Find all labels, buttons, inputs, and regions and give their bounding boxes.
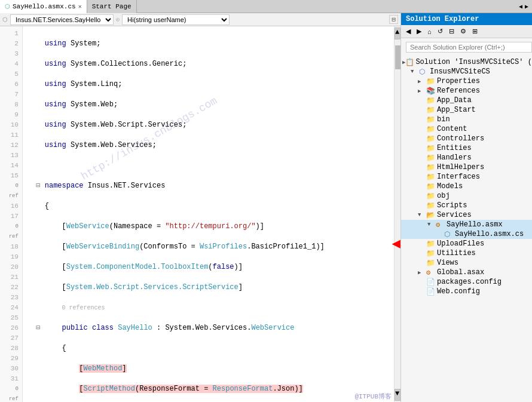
se-item-obj[interactable]: ▶ 📁 obj — [401, 191, 532, 201]
se-solution-label: Solution 'InsusMVCSiteCS' (1 project) — [415, 58, 532, 66]
se-project-icon: ⬡ — [419, 67, 429, 76]
tab-icon-cs: ⬡ — [5, 3, 10, 10]
se-folder-icon: 📁 — [426, 77, 436, 85]
se-item-handlers[interactable]: ▶ 📁 Handlers — [401, 153, 532, 162]
se-btn-collapse[interactable]: ⊟ — [447, 26, 457, 36]
se-item-appdata[interactable]: ▶ 📁 App_Data — [401, 96, 532, 105]
solution-explorer: Solution Explorer ◀ ▶ ⌂ ↺ ⊟ ⚙ ⊞ ▶ 📋 Solu… — [400, 13, 532, 402]
se-label-webconfig: Web.config — [437, 287, 480, 296]
tab-scroll-left-icon[interactable]: ◀ — [519, 3, 522, 10]
se-item-htmlhelpers[interactable]: ▶ 📁 HtmlHelpers — [401, 162, 532, 172]
se-item-content[interactable]: ▶ 📁 Content — [401, 124, 532, 134]
se-asmx-icon: ⚙ — [436, 220, 445, 229]
se-label-utilities: Utilities — [437, 249, 476, 257]
se-label-sayhello-asmx: SayHello.asmx — [447, 220, 503, 229]
tab-label-startpage: Start Page — [92, 3, 132, 10]
se-folder-entities-icon: 📁 — [426, 144, 436, 152]
se-item-entities[interactable]: ▶ 📁 Entities — [401, 143, 532, 153]
se-btn-filter[interactable]: ⊞ — [470, 26, 480, 36]
class-selector[interactable]: Insus.NET.Services.SayHello — [10, 14, 114, 25]
se-label-services: Services — [437, 211, 472, 219]
se-folder-views-icon: 📁 — [426, 259, 436, 267]
code-content[interactable]: using System; using System.Collections.G… — [23, 26, 394, 402]
se-item-bin[interactable]: ▶ 📁 bin — [401, 115, 532, 124]
scrollbar-down-btn[interactable]: ▼ — [395, 389, 400, 401]
se-arrow-project: ▼ — [411, 69, 419, 75]
se-btn-back[interactable]: ◀ — [403, 26, 413, 36]
se-folder-utilities-icon: 📁 — [426, 249, 436, 257]
se-arrow-services: ▼ — [418, 212, 426, 218]
se-item-packages[interactable]: ▶ 📄 packages.config — [401, 277, 532, 287]
method-selector[interactable]: Hi(string userName) — [122, 14, 230, 25]
se-item-references[interactable]: ▶ 📚 References — [401, 86, 532, 96]
se-search-wrap — [401, 38, 532, 56]
se-folder-services-open-icon: 📂 — [426, 211, 436, 219]
solution-explorer-title: Solution Explorer — [401, 13, 532, 25]
se-folder-appstart-icon: 📁 — [426, 106, 436, 114]
se-toolbar: ◀ ▶ ⌂ ↺ ⊟ ⚙ ⊞ — [401, 25, 532, 38]
editor-nav-icon: ⬡ — [2, 16, 8, 23]
code-body[interactable]: 12345 678910 1112131415 0 ref 1617 0 ref… — [0, 26, 400, 402]
se-asax-icon: ⚙ — [426, 268, 436, 277]
se-tree: ▶ 📋 Solution 'InsusMVCSiteCS' (1 project… — [401, 56, 532, 402]
se-label-interfaces: Interfaces — [437, 173, 480, 181]
se-project[interactable]: ▼ ⬡ InsusMVCSiteCS — [401, 67, 532, 76]
se-label-appdata: App_Data — [437, 96, 472, 105]
se-btn-home[interactable]: ⌂ — [425, 27, 434, 36]
se-folder-controllers-icon: 📁 — [426, 134, 436, 143]
editor-nav-toolbar: ⬡ Insus.NET.Services.SayHello ⊙ Hi(strin… — [0, 13, 400, 26]
se-item-services[interactable]: ▼ 📂 Services — [401, 210, 532, 220]
se-label-appstart: App_Start — [437, 106, 476, 114]
se-item-properties[interactable]: ▶ 📁 Properties — [401, 76, 532, 86]
scrollbar-thumb[interactable] — [395, 45, 400, 69]
se-label-packages: packages.config — [437, 278, 502, 286]
se-item-views[interactable]: ▶ 📁 Views — [401, 258, 532, 268]
se-btn-forward[interactable]: ▶ — [414, 26, 424, 36]
se-item-sayhello-asmx[interactable]: ▼ ⚙ SayHello.asmx — [401, 220, 532, 229]
line-numbers: 12345 678910 1112131415 0 ref 1617 0 ref… — [0, 26, 23, 402]
tab-scroll-right-icon[interactable]: ▶ — [525, 3, 528, 10]
se-item-appstart[interactable]: ▶ 📁 App_Start — [401, 105, 532, 115]
se-solution-root[interactable]: ▶ 📋 Solution 'InsusMVCSiteCS' (1 project… — [401, 57, 532, 67]
se-label-globalasax: Global.asax — [437, 268, 484, 277]
se-item-globalasax[interactable]: ▶ ⚙ Global.asax — [401, 268, 532, 277]
se-label-controllers: Controllers — [437, 134, 484, 143]
se-folder-appdata-icon: 📁 — [426, 96, 436, 105]
se-item-interfaces[interactable]: ▶ 📁 Interfaces — [401, 172, 532, 182]
se-label-htmlhelpers: HtmlHelpers — [437, 163, 484, 171]
se-label-sayhello-cs: SayHello.asmx.cs — [455, 230, 524, 238]
se-folder-htmlhelpers-icon: 📁 — [426, 163, 436, 171]
se-solution-icon: 📋 — [405, 58, 414, 66]
se-config-web-icon: 📄 — [426, 287, 436, 296]
tab-label-sayhello: SayHello.asmx.cs — [13, 3, 76, 10]
editor-scrollbar[interactable]: ▲ ▼ — [394, 26, 400, 402]
se-folder-scripts-icon: 📁 — [426, 201, 436, 210]
collapse-btn[interactable]: ⊟ — [389, 15, 398, 24]
se-folder-bin-icon: 📁 — [426, 115, 436, 124]
se-search-input[interactable] — [406, 42, 532, 53]
se-config-packages-icon: 📄 — [426, 278, 436, 286]
se-item-uploadfiles[interactable]: ▶ 📁 UploadFiles — [401, 239, 532, 248]
se-item-models[interactable]: ▶ 📁 Models — [401, 182, 532, 191]
tab-sayhellocss[interactable]: ⬡ SayHello.asmx.cs ✕ — [0, 0, 87, 13]
se-label-entities: Entities — [437, 144, 472, 152]
se-item-utilities[interactable]: ▶ 📁 Utilities — [401, 248, 532, 258]
se-label-obj: obj — [437, 192, 450, 200]
tab-close-sayhello[interactable]: ✕ — [78, 3, 82, 10]
se-project-label: InsusMVCSiteCS — [430, 67, 490, 76]
se-item-webconfig[interactable]: ▶ 📄 Web.config — [401, 287, 532, 296]
se-label-content: Content — [437, 125, 467, 133]
se-item-sayhello-cs[interactable]: ▶ ⬡ SayHello.asmx.cs — [401, 229, 532, 239]
scrollbar-up-btn[interactable]: ▲ — [395, 27, 400, 39]
se-label-handlers: Handlers — [437, 154, 472, 162]
se-folder-obj-icon: 📁 — [426, 192, 436, 200]
se-item-scripts[interactable]: ▶ 📁 Scripts — [401, 201, 532, 210]
se-label-properties: Properties — [437, 77, 480, 85]
se-arrow-globalasax: ▶ — [418, 269, 426, 276]
se-btn-props[interactable]: ⚙ — [458, 26, 469, 36]
se-arrow-properties: ▶ — [418, 78, 426, 85]
se-references-icon: 📚 — [426, 87, 436, 95]
se-btn-refresh[interactable]: ↺ — [435, 26, 445, 36]
tab-startpage[interactable]: Start Page — [87, 0, 137, 13]
se-item-controllers[interactable]: ▶ 📁 Controllers — [401, 134, 532, 143]
